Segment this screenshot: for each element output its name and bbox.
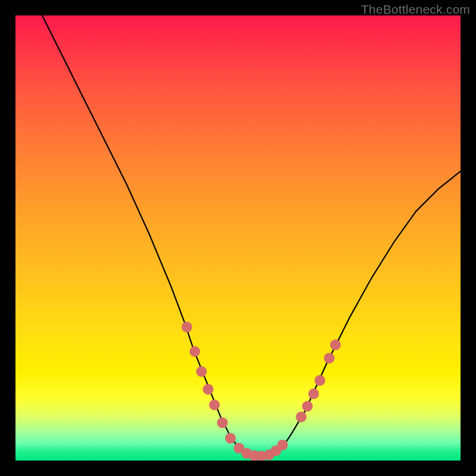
curve-marker bbox=[330, 340, 341, 350]
chart-svg bbox=[15, 15, 461, 461]
curve-marker bbox=[217, 417, 228, 428]
curve-marker bbox=[203, 384, 214, 394]
curve-marker bbox=[315, 375, 325, 386]
curve-marker bbox=[189, 346, 200, 357]
chart-gradient-area bbox=[15, 15, 461, 461]
curve-marker bbox=[225, 433, 236, 444]
curve-marker bbox=[209, 400, 220, 411]
curve-marker bbox=[196, 366, 207, 377]
curve-marker bbox=[324, 353, 334, 364]
curve-line bbox=[42, 15, 461, 456]
curve-marker bbox=[277, 440, 288, 450]
curve-marker bbox=[181, 322, 192, 333]
watermark-text: TheBottleneck.com bbox=[361, 2, 470, 17]
curve-marker bbox=[302, 401, 313, 412]
curve-marker bbox=[296, 412, 306, 422]
curve-marker bbox=[308, 389, 319, 399]
curve-markers bbox=[181, 322, 341, 461]
